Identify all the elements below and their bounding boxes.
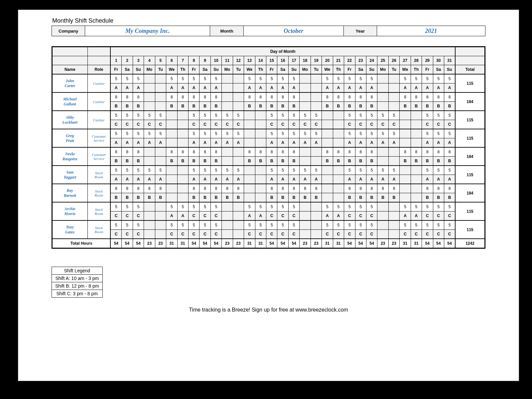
hour-cell: 5 [433, 74, 444, 83]
shift-cell: C [200, 120, 210, 129]
hour-cell: 5 [344, 166, 355, 175]
shift-cell: A [355, 83, 366, 93]
day-number: 21 [333, 56, 344, 65]
day-total: 54 [355, 239, 366, 248]
dow-header: Fr [188, 65, 199, 74]
hour-cell [222, 92, 233, 102]
hour-cell: 5 [333, 220, 344, 230]
page-title: Monthly Shift Schedule [52, 17, 485, 24]
hour-cell [311, 74, 322, 83]
shift-cell: A [300, 175, 311, 184]
shift-cell: C [344, 211, 355, 221]
shift-cell: A [244, 211, 255, 221]
shift-cell: B [133, 193, 144, 202]
shift-cell [144, 102, 155, 111]
day-number: 23 [355, 56, 366, 65]
dow-header: Fr [344, 65, 355, 74]
blank [52, 47, 88, 56]
hour-cell: 5 [188, 74, 199, 83]
employee-role: CustomerService [87, 147, 110, 166]
shift-cell [377, 102, 388, 111]
shift-cell [377, 83, 388, 93]
hour-cell: 5 [122, 74, 133, 83]
shift-cell: A [277, 175, 288, 184]
hour-cell: 5 [311, 129, 322, 138]
total-col-header: Total [455, 65, 485, 74]
hour-cell: 8 [411, 92, 422, 102]
hour-cell: 5 [266, 111, 277, 120]
hour-cell: 8 [400, 147, 411, 157]
dow-header: Mo [144, 65, 155, 74]
shift-cell: B [244, 102, 255, 111]
shift-cell: C [188, 230, 199, 239]
shift-cell [255, 120, 266, 129]
hour-cell: 5 [210, 202, 221, 211]
hour-cell [144, 92, 155, 102]
dow-header: Sa [122, 65, 133, 74]
hour-cell: 5 [133, 111, 144, 120]
day-total: 31 [322, 239, 333, 248]
hour-cell: 5 [177, 74, 188, 83]
day-number: 18 [300, 56, 311, 65]
shift-cell: A [433, 83, 444, 93]
dow-header: Sa [433, 65, 444, 74]
shift-cell: B [188, 157, 199, 166]
shift-cell [244, 175, 255, 184]
hour-cell: 5 [222, 166, 233, 175]
hour-cell: 5 [377, 111, 388, 120]
hour-cell: 5 [444, 202, 456, 211]
hour-cell [166, 129, 177, 138]
shift-cell [333, 138, 344, 148]
shift-cell: B [255, 157, 266, 166]
hour-cell: 5 [188, 129, 199, 138]
dow-header: Fr [422, 65, 433, 74]
hour-cell: 5 [177, 220, 188, 230]
shift-cell: C [300, 120, 311, 129]
employee-role: Cashier [87, 92, 110, 111]
day-total: 54 [210, 239, 221, 248]
hour-cell: 5 [355, 202, 366, 211]
hour-cell: 5 [210, 166, 221, 175]
hour-cell [222, 220, 233, 230]
hour-cell [300, 74, 311, 83]
hour-cell: 8 [177, 147, 188, 157]
hour-cell [377, 220, 388, 230]
shift-cell: C [266, 120, 277, 129]
shift-cell [155, 83, 166, 93]
employee-total: 184 [455, 147, 485, 166]
shift-cell [244, 120, 255, 129]
hour-cell [300, 147, 311, 157]
hour-cell [177, 184, 188, 193]
shift-cell: C [177, 230, 188, 239]
shift-cell: C [344, 230, 355, 239]
shift-cell: C [422, 230, 433, 239]
day-number: 24 [366, 56, 377, 65]
dow-header: Fr [110, 65, 121, 74]
shift-cell [222, 102, 233, 111]
company-label: Company [52, 26, 85, 36]
employee-name: MichaelGallant [52, 92, 88, 111]
day-total: 54 [433, 239, 444, 248]
day-total: 31 [166, 239, 177, 248]
shift-cell: C [288, 211, 299, 221]
shift-cell: A [266, 138, 277, 148]
day-number: 14 [255, 56, 266, 65]
hour-cell: 5 [366, 166, 377, 175]
day-total: 54 [422, 239, 433, 248]
shift-cell: B [122, 193, 133, 202]
shift-cell [300, 102, 311, 111]
day-total: 23 [388, 239, 399, 248]
hour-cell: 5 [400, 74, 411, 83]
shift-cell [411, 138, 422, 148]
hour-cell [222, 147, 233, 157]
hour-cell: 5 [244, 74, 255, 83]
shift-cell: C [433, 230, 444, 239]
shift-cell: C [133, 230, 144, 239]
day-number: 19 [311, 56, 322, 65]
hour-cell [177, 111, 188, 120]
day-number: 20 [322, 56, 333, 65]
hour-cell: 8 [311, 184, 322, 193]
hour-cell: 8 [377, 184, 388, 193]
shift-cell: A [188, 83, 199, 93]
shift-cell: A [266, 83, 277, 93]
